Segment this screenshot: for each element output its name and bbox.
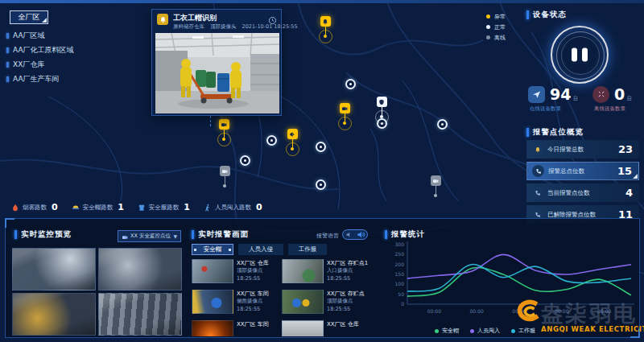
bullet-icon — [6, 62, 9, 68]
map-marker-normal[interactable] — [316, 142, 326, 152]
alarm-bell-icon — [157, 14, 168, 25]
region-selector-button[interactable]: 全厂区 — [10, 10, 48, 24]
sidebar-item-aa-area[interactable]: AA厂区域 — [6, 31, 45, 40]
dashboard-root: San Jacinto 全厂区 AA厂区域 AA厂化工原料区域 XX厂仓库 AA… — [0, 0, 644, 342]
map-marker-normal[interactable] — [266, 135, 277, 146]
monitor-point-dropdown[interactable]: XX 安全监控点位 ▼ — [118, 230, 181, 242]
legend-row-abnormal: 异常 — [486, 11, 506, 22]
recognition-photo — [155, 33, 279, 113]
popup-location: 原料储存仓库 — [173, 23, 204, 30]
abnormal-dot-icon — [486, 14, 490, 19]
svg-text:50: 50 — [398, 291, 404, 297]
map-marker-normal[interactable] — [316, 179, 326, 190]
alarm-card[interactable]: XX厂区 仓库顶部摄像点18:25:55 — [192, 259, 279, 283]
map-marker-normal[interactable] — [345, 79, 356, 89]
map-marker-abnormal[interactable] — [286, 129, 299, 150]
alarm-card[interactable]: XX厂区 车间 — [192, 320, 279, 336]
popup-camera: 顶部摄像头 — [210, 23, 237, 30]
map-marker-offline[interactable] — [429, 175, 442, 197]
legend-label: 人员闯入 — [477, 327, 500, 335]
tab-workwear[interactable]: 工作服 — [288, 244, 327, 255]
bullet-icon — [6, 76, 9, 82]
helmet-channels-stat: 安全帽路数 1 — [72, 200, 124, 215]
sidebar-item-xx-warehouse[interactable]: XX厂仓库 — [6, 60, 44, 69]
dropdown-value: XX 安全监控点位 — [130, 233, 171, 240]
normal-dot-icon — [486, 25, 490, 29]
monitor-panel-title: 实时监控预览 — [14, 229, 72, 240]
legend-label: 工作服 — [518, 327, 535, 335]
top-accent-bar — [0, 0, 644, 3]
video-thumbnail[interactable] — [12, 293, 96, 336]
legend-item: 工作服 — [511, 327, 535, 335]
legend-label: 异常 — [494, 13, 506, 21]
legend-label: 正常 — [494, 23, 506, 31]
alarm-snapshot — [192, 320, 233, 336]
camera-icon — [220, 166, 230, 176]
clock-icon[interactable] — [268, 13, 277, 22]
camera-icon — [122, 229, 128, 244]
sidebar-item-label: AA厂化工原料区域 — [13, 45, 74, 56]
alarm-card[interactable]: XX厂区 仓库 — [282, 320, 369, 336]
alarm-voice-toggle[interactable] — [342, 229, 368, 240]
alarm-card[interactable]: XX厂区 存贮点顶部摄像点18:25:55 — [282, 290, 369, 314]
bullet-icon — [6, 47, 9, 53]
online-count: 94 — [550, 85, 571, 103]
shirt-icon — [138, 200, 146, 215]
alarm-statistics-chart: 05010015020025030000:0000:0000:0000:0000… — [386, 238, 638, 322]
tab-intrusion[interactable]: 人员入侵 — [238, 244, 283, 255]
paper-plane-icon — [528, 86, 545, 103]
sidebar-item-label: AA厂生产车间 — [13, 74, 60, 84]
svg-text:150: 150 — [395, 271, 405, 277]
sidebar-item-label: XX厂仓库 — [13, 60, 44, 70]
overview-row-today-total[interactable]: 今日报警总数 23 — [526, 140, 639, 159]
person-walking-icon — [204, 200, 212, 215]
video-thumbnail[interactable] — [98, 293, 182, 336]
map-marker-abnormal[interactable] — [319, 16, 332, 38]
video-thumbnail[interactable] — [98, 248, 182, 290]
chart-legend: 安全帽人员闯入工作服 — [435, 327, 535, 335]
chevron-down-icon: ▼ — [173, 233, 177, 239]
svg-text:100: 100 — [395, 281, 405, 286]
sidebar-item-aa-chemical-area[interactable]: AA厂化工原料区域 — [6, 45, 74, 55]
offline-label: 离线设备数量 — [594, 105, 644, 113]
map-marker-abnormal[interactable] — [217, 119, 230, 141]
camera-icon — [219, 119, 229, 130]
overview-row-total-points[interactable]: 报警总点位数 15 — [526, 162, 639, 180]
smoke-channels-stat: 烟雾路数 0 — [11, 200, 58, 215]
title-accent-bar — [526, 10, 529, 19]
sidebar-item-label: AA厂区域 — [13, 31, 45, 41]
alarm-card[interactable]: XX厂区 存贮点1入口摄像点18:25:55 — [282, 259, 369, 283]
title-accent-bar — [14, 230, 17, 239]
speaker-muted-icon — [345, 231, 353, 238]
legend-item: 人员闯入 — [470, 327, 500, 335]
video-thumbnail[interactable] — [12, 248, 96, 290]
svg-text:00:00: 00:00 — [470, 308, 484, 314]
alarm-overview-title: 报警点位概览 — [526, 127, 584, 138]
map-marker-normal[interactable] — [375, 97, 388, 118]
map-marker-normal[interactable] — [240, 155, 250, 166]
overview-row-current-points[interactable]: 当前报警点位数 4 — [526, 183, 639, 202]
offline-dot-icon — [486, 35, 490, 39]
sidebar-item-aa-workshop[interactable]: AA厂生产车间 — [6, 74, 60, 84]
legend-dot-icon — [511, 329, 515, 333]
camera-icon — [431, 175, 441, 186]
map-marker-abnormal[interactable] — [338, 103, 351, 125]
online-unit: 台 — [572, 95, 578, 101]
popup-subtitle: 原料储存仓库顶部摄像头2021-10-01 18:25:55 — [173, 23, 303, 31]
map-marker-normal[interactable] — [377, 118, 387, 129]
device-pause-dial[interactable] — [551, 26, 609, 84]
svg-text:00:00: 00:00 — [597, 308, 611, 314]
map-marker-offline[interactable] — [218, 166, 231, 187]
alarm-snapshot — [192, 259, 233, 283]
tab-helmet[interactable]: 安全帽 — [192, 244, 233, 255]
alarm-card[interactable]: XX厂区 车间侧面摄像点18:25:55 — [192, 290, 279, 314]
smoke-icon — [11, 200, 19, 215]
channel-status-bar: 烟雾路数 0 安全帽路数 1 安全服路数 1 人员闯入路数 0 — [11, 200, 262, 215]
popup-header: 工衣工帽识别 原料储存仓库顶部摄像头2021-10-01 18:25:55 — [152, 10, 281, 33]
svg-text:250: 250 — [395, 251, 405, 257]
map-status-legend: 异常 正常 离线 — [486, 11, 506, 43]
region-selector-label: 全厂区 — [19, 12, 40, 23]
legend-row-normal: 正常 — [486, 22, 506, 32]
map-marker-normal[interactable] — [437, 119, 448, 130]
svg-text:200: 200 — [395, 262, 405, 267]
